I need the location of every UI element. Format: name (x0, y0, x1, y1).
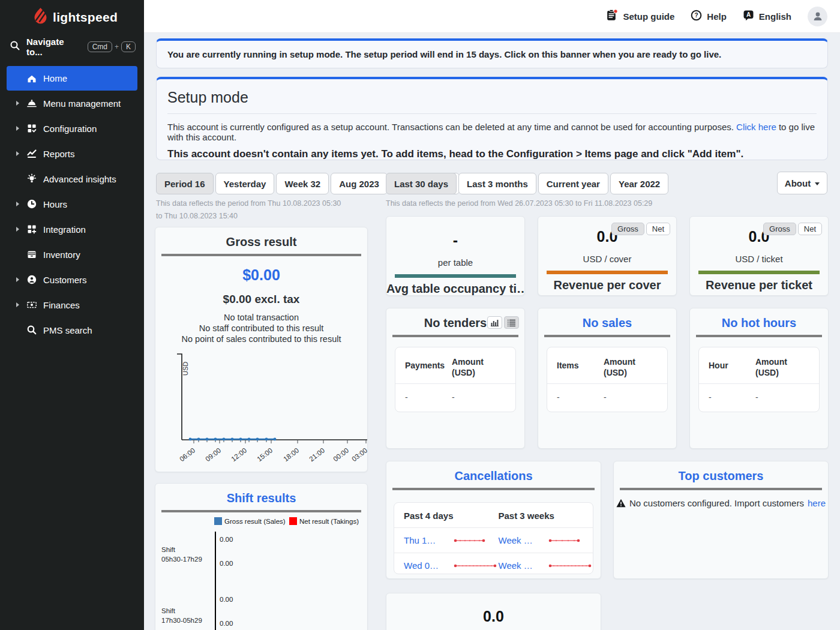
table-header: Payments Amount (USD) (395, 347, 515, 384)
filter-last-3-months[interactable]: Last 3 months (458, 173, 536, 194)
accent-bar (547, 271, 668, 274)
sidebar-item-label: Home (43, 73, 67, 83)
list-view-button[interactable] (504, 316, 519, 329)
user-avatar[interactable] (808, 7, 827, 26)
view-toggle (487, 316, 519, 329)
sidebar-item-label: Reports (43, 149, 75, 159)
chart-view-button[interactable] (487, 316, 502, 329)
sidebar-item-label: Inventory (43, 250, 80, 260)
sidebar-item-label: PMS search (43, 325, 92, 335)
shift-1-net-value: 0.00 (220, 560, 233, 567)
menu-management-icon (26, 97, 38, 109)
shift-1-gross-value: 0.00 (220, 536, 233, 543)
shift-2-label: Shift17h30-05h29 (161, 606, 202, 625)
cancellation-day-link[interactable]: Thu 1… (404, 535, 443, 545)
integration-icon (26, 223, 38, 235)
hot-hours-title[interactable]: No hot hours (690, 316, 828, 330)
setup-mode-card: Setup mode This account is currently con… (156, 77, 828, 160)
divider (544, 335, 670, 337)
cell: - (452, 392, 507, 402)
sidebar-item-label: Hours (43, 199, 67, 209)
net-toggle[interactable]: Net (646, 223, 670, 235)
accent-bar (395, 274, 516, 278)
navigate-search[interactable]: Navigate to... Cmd + K (10, 37, 136, 57)
cancellation-week-link[interactable]: Week … (499, 535, 538, 545)
help-button[interactable]: ? Help (691, 10, 727, 23)
no-items-message: This account doesn't contain any items y… (167, 148, 817, 160)
table-header: Past 4 days Past 3 weeks (394, 503, 593, 528)
lightbulb-icon (26, 173, 38, 185)
setup-body-text: This account is currently configured as … (167, 122, 736, 132)
sidebar-item-label: Advanced insights (43, 174, 116, 184)
period-reflect-left: This data reflects the period from Thu 1… (156, 197, 349, 223)
shift-results-title[interactable]: Shift results (155, 491, 367, 505)
logo[interactable]: lightspeed (0, 0, 144, 26)
sidebar-item-inventory[interactable]: Inventory (0, 242, 144, 267)
cancellations-table: Past 4 days Past 3 weeks Thu 1… Week … W… (394, 502, 593, 574)
sidebar-item-reports[interactable]: Reports (0, 141, 144, 166)
sidebar-item-label: Configuration (43, 124, 97, 134)
sidebar-item-integration[interactable]: Integration (0, 217, 144, 242)
sidebar-item-configuration[interactable]: Configuration (0, 116, 144, 141)
help-icon: ? (691, 10, 702, 23)
shift-2-gross-value: 0.00 (220, 596, 233, 603)
warning-text: No customers configured. Import customer… (629, 498, 804, 508)
divider (620, 488, 822, 490)
shift-2-net-value: 0.00 (220, 620, 233, 627)
top-customers-title[interactable]: Top customers (614, 469, 828, 483)
table-row: - - (699, 384, 819, 412)
gross-result-notes: No total transaction No staff contribute… (155, 313, 367, 345)
filter-yesterday[interactable]: Yesterday (215, 173, 275, 194)
avg-table-value: - (386, 232, 524, 249)
import-customers-link[interactable]: here (808, 498, 826, 508)
about-dropdown[interactable]: About (777, 172, 827, 194)
setup-mode-banner[interactable]: You are currently running in setup mode.… (156, 38, 828, 68)
language-label: English (759, 11, 791, 22)
setup-guide-icon (605, 9, 618, 23)
setup-guide-button[interactable]: Setup guide (605, 9, 674, 23)
column-header: Amount (USD) (452, 356, 507, 378)
divider (392, 335, 518, 337)
gross-toggle[interactable]: Gross (611, 223, 644, 235)
cancellation-week-link[interactable]: Week … (499, 560, 538, 571)
divider (161, 510, 361, 512)
table-row: - - (547, 384, 667, 412)
sidebar-item-pms-search[interactable]: PMS search (0, 317, 144, 343)
filter-week-32[interactable]: Week 32 (276, 173, 329, 194)
sidebar-item-customers[interactable]: Customers (0, 267, 144, 292)
accent-bar (698, 271, 820, 274)
sales-title[interactable]: No sales (538, 316, 676, 330)
sidebar-item-label: Integration (43, 224, 86, 235)
divider (392, 488, 595, 490)
filter-year-2022[interactable]: Year 2022 (610, 173, 668, 194)
chevron-right-icon (16, 126, 19, 131)
gross-result-title: Gross result (155, 235, 367, 249)
cell: - (405, 392, 452, 402)
sidebar-item-finances[interactable]: Finances (0, 292, 144, 317)
x-tick: 09:00 (204, 446, 222, 463)
sidebar-item-advanced-insights[interactable]: Advanced insights (0, 166, 144, 191)
sidebar-item-label: Finances (43, 300, 80, 310)
table-row: Wed 0… Week … (394, 553, 593, 574)
go-live-link[interactable]: Click here (736, 122, 776, 132)
filter-period-16[interactable]: Period 16 (156, 173, 214, 194)
column-header: Payments (405, 356, 452, 378)
chevron-right-icon (16, 277, 19, 282)
gross-toggle[interactable]: Gross (763, 223, 796, 235)
chevron-right-icon (16, 227, 19, 232)
period-filter-group-2: Last 30 days Last 3 months Current year … (386, 173, 668, 194)
sidebar-item-menu-management[interactable]: Menu management (0, 91, 144, 116)
cancellations-title[interactable]: Cancellations (386, 469, 601, 483)
cancellation-day-link[interactable]: Wed 0… (404, 560, 443, 571)
net-toggle[interactable]: Net (798, 223, 822, 235)
filter-aug-2023[interactable]: Aug 2023 (331, 173, 388, 194)
tenders-card: No tenders Payments Amount (USD) - - (386, 308, 525, 449)
filter-current-year-2[interactable]: Current year (538, 173, 608, 194)
sidebar-item-home[interactable]: Home (7, 66, 137, 91)
language-button[interactable]: A English (743, 10, 791, 23)
revenue-per-ticket-unit: USD / ticket (690, 254, 828, 264)
filter-last-30-days[interactable]: Last 30 days (386, 173, 457, 194)
chevron-right-icon (16, 302, 19, 307)
column-header: Amount (USD) (755, 356, 811, 378)
sidebar-item-hours[interactable]: Hours (0, 191, 144, 217)
